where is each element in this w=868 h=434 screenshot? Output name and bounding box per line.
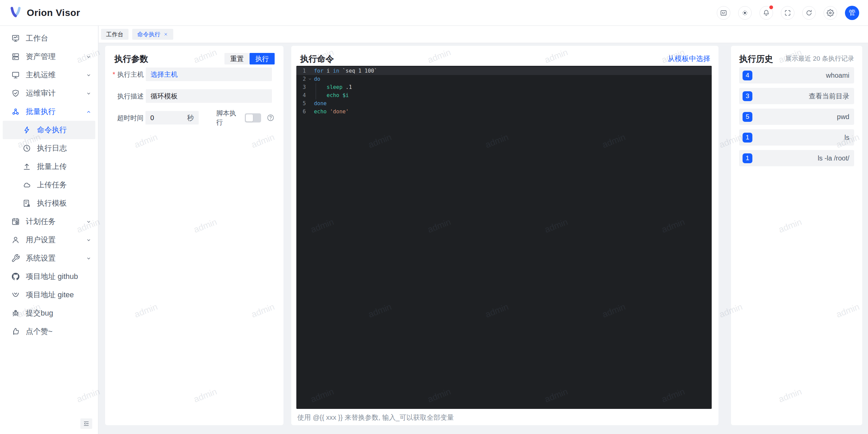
gitee-icon [11,290,20,299]
timeout-field-row: 超时时间 0 秒 脚本执行 [113,111,275,125]
history-item[interactable]: 1ls -la /root/ [739,150,854,166]
bell-icon [763,9,770,17]
command-code-editor[interactable]: 1for i in `seq 1 100`2do3 sleep .14 echo… [296,66,712,409]
sidebar-item-label: 命令执行 [37,125,89,135]
script-exec-toggle[interactable] [245,113,261,122]
history-command: 查看当前目录 [809,92,849,101]
required-asterisk: * [113,71,117,78]
desc-input[interactable]: 循环模板 [146,89,272,103]
fullscreen-button[interactable] [781,6,794,20]
exec-history-header: 执行历史 展示最近 20 条执行记录 [739,53,854,65]
sidebar-item-command-exec[interactable]: 命令执行 [3,121,95,139]
toggle-knob [246,114,253,121]
history-item[interactable]: 5pwd [739,109,854,125]
batch-exec-icon [11,107,20,116]
audit-icon [11,89,20,98]
topbar-actions: 管 [717,6,859,20]
settings-button[interactable] [824,6,837,20]
batch-upload-icon [22,162,31,171]
history-list: 4whoami3查看当前目录5pwd1ls1ls -la /root/ [739,67,854,171]
sidebar-item-exec-log[interactable]: 执行日志 [0,139,98,157]
sidebar-item-bug-report[interactable]: 提交bug [0,304,98,322]
sidebar-item-gitee[interactable]: 项目地址 gitee [0,286,98,304]
question-circle-icon[interactable] [267,114,275,122]
sidebar-item-upload-task[interactable]: 上传任务 [0,176,98,194]
exec-log-icon [22,144,31,153]
timeout-input[interactable]: 0 秒 [145,111,198,125]
line-number: 4 [296,92,306,98]
tab-workbench[interactable]: 工作台 [101,29,129,40]
select-from-template-link[interactable]: 从模板中选择 [668,54,710,63]
sidebar: 工作台资产管理主机运维运维审计批量执行命令执行执行日志批量上传上传任务执行模板计… [0,26,98,434]
history-item[interactable]: 4whoami [739,67,854,83]
settings-icon [827,9,834,17]
brightness-button[interactable] [738,6,752,20]
sidebar-collapse-button[interactable] [80,418,92,429]
code-icon [720,9,727,17]
code-button[interactable] [717,6,730,20]
sidebar-item-label: 用户设置 [26,235,85,245]
select-host-input[interactable]: 选择主机 [146,68,272,81]
history-command: pwd [837,113,849,121]
sidebar-item-like[interactable]: 点个赞~ [0,322,98,341]
select-host-link[interactable]: 选择主机 [151,70,178,79]
sidebar-item-system-settings[interactable]: 系统设置 [0,249,98,267]
orion-visor-logo-icon [9,6,22,20]
line-number: 6 [296,109,306,115]
sidebar-item-user-settings[interactable]: 用户设置 [0,231,98,249]
code-line: 2do [296,75,712,83]
like-icon [11,327,20,336]
sidebar-item-exec-template[interactable]: 执行模板 [0,194,98,212]
code-text: echo 'done' [314,109,349,115]
history-item[interactable]: 3查看当前目录 [739,88,854,104]
history-item[interactable]: 1ls [739,129,854,146]
sidebar-item-host-ops[interactable]: 主机运维 [0,66,98,84]
line-number: 3 [296,84,306,90]
code-line: 1for i in `seq 1 100` [296,67,712,75]
sidebar-item-github[interactable]: 项目地址 github [0,267,98,286]
sidebar-item-label: 工作台 [26,33,92,43]
run-button[interactable]: 执行 [250,53,275,64]
close-icon[interactable] [163,32,168,37]
sidebar-item-ops-audit[interactable]: 运维审计 [0,84,98,102]
exec-history-subtitle: 展示最近 20 条执行记录 [785,54,854,63]
sidebar-item-label: 点个赞~ [26,326,92,337]
line-number: 1 [296,68,306,74]
chevron-down-icon [85,255,92,262]
sidebar-item-label: 执行模板 [37,198,92,208]
sidebar-item-label: 主机运维 [26,70,85,80]
tab-command-exec[interactable]: 命令执行 [132,29,173,40]
exec-count-badge: 1 [743,153,752,163]
bell-button[interactable] [760,6,773,20]
code-text: do [314,76,320,82]
exec-params-header: 执行参数 重置 执行 [114,53,275,65]
code-line: 3 sleep .1 [296,83,712,91]
chevron-down-icon [85,219,92,225]
sidebar-item-schedule-task[interactable]: 计划任务 [0,212,98,231]
indent-guide [316,83,316,91]
user-avatar[interactable]: 管 [845,6,859,20]
app-root: Orion Visor 管 工作台资产管理主机运维运维审计批量执行命令执行执行日… [0,0,868,434]
schedule-icon [11,217,20,226]
sidebar-item-label: 系统设置 [26,253,85,263]
sidebar-item-label: 批量执行 [26,107,85,117]
exec-command-header: 执行命令 从模板中选择 [300,53,710,65]
sidebar-item-workbench[interactable]: 工作台 [0,29,98,48]
sidebar-item-asset-mgmt[interactable]: 资产管理 [0,48,98,66]
sidebar-item-batch-exec[interactable]: 批量执行 [0,102,98,121]
exec-template-icon [22,199,31,208]
sidebar-item-label: 项目地址 github [26,271,92,282]
sidebar-menu: 工作台资产管理主机运维运维审计批量执行命令执行执行日志批量上传上传任务执行模板计… [0,26,98,341]
code-text: sleep .1 [314,84,352,90]
script-exec-label: 脚本执行 [216,109,241,127]
fold-icon[interactable] [308,77,312,81]
refresh-button[interactable] [802,6,816,20]
sidebar-item-label: 提交bug [26,308,92,318]
code-lines: 1for i in `seq 1 100`2do3 sleep .14 echo… [296,67,712,116]
sidebar-item-batch-upload[interactable]: 批量上传 [0,157,98,176]
reset-button[interactable]: 重置 [224,53,250,64]
chevron-down-icon [85,237,92,243]
host-field-row: * 执行主机 选择主机 [113,68,275,81]
sidebar-item-label: 资产管理 [26,52,85,62]
code-text: done [314,100,327,107]
